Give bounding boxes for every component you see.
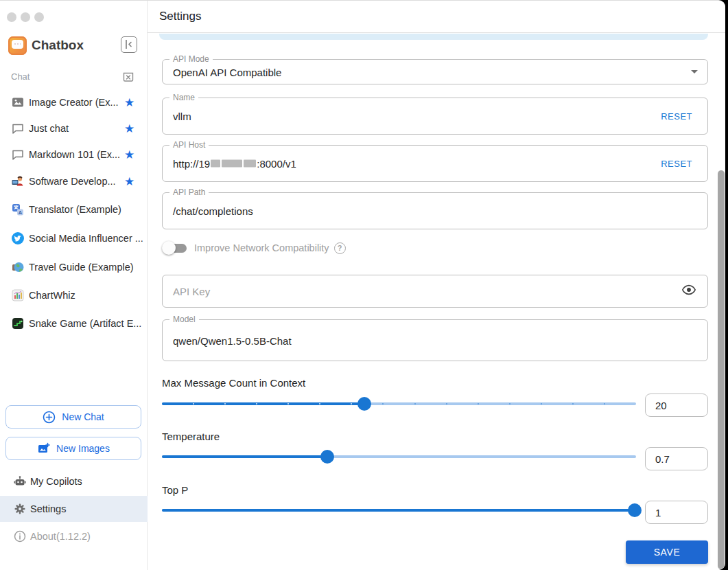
temperature-label: Temperature bbox=[162, 431, 220, 442]
chat-item[interactable]: Just chat ★ bbox=[0, 118, 148, 139]
chat-item[interactable]: Social Media Influencer ... bbox=[0, 228, 148, 249]
snake-game-avatar-icon bbox=[11, 317, 25, 330]
twitter-avatar-icon bbox=[11, 231, 25, 245]
api-path-field[interactable]: API Path /chat/completions bbox=[162, 192, 708, 229]
page-title: Settings bbox=[159, 10, 201, 23]
help-icon[interactable]: ? bbox=[334, 242, 346, 254]
window-minimize-button[interactable] bbox=[21, 12, 30, 22]
chat-item[interactable]: A Translator (Example) bbox=[0, 199, 148, 220]
svg-text:A: A bbox=[19, 209, 23, 216]
chatbox-logo-icon bbox=[8, 36, 27, 55]
new-chat-button[interactable]: New Chat bbox=[5, 405, 141, 429]
api-host-field[interactable]: API Host http://19:8000/v1 RESET bbox=[162, 145, 708, 182]
model-field[interactable]: Model qwen/Qwen1.5-0.5B-Chat bbox=[162, 319, 708, 361]
image-icon bbox=[11, 95, 25, 109]
reset-api-host-button[interactable]: RESET bbox=[661, 159, 692, 169]
max-message-count-slider[interactable] bbox=[162, 397, 636, 411]
brand-row: Chatbox bbox=[8, 36, 139, 56]
max-message-count-label: Max Message Count in Context bbox=[162, 377, 305, 389]
toggle-label: Improve Network Compatibility bbox=[194, 242, 329, 253]
api-path-value: /chat/completions bbox=[173, 205, 253, 217]
star-icon[interactable]: ★ bbox=[124, 176, 134, 187]
redacted-text bbox=[244, 160, 256, 168]
chat-bubble-icon bbox=[11, 122, 25, 135]
scrolled-highlight-strip bbox=[159, 34, 708, 40]
image-plus-icon bbox=[37, 442, 50, 455]
temperature-input[interactable]: 0.7 bbox=[645, 447, 708, 470]
settings-panel: Settings API Mode OpenAI API Compatible … bbox=[148, 1, 725, 570]
eye-icon[interactable] bbox=[681, 282, 696, 300]
slider-thumb[interactable] bbox=[357, 397, 371, 411]
name-value: vllm bbox=[173, 111, 191, 122]
model-value: qwen/Qwen1.5-0.5B-Chat bbox=[173, 334, 292, 346]
star-icon[interactable]: ★ bbox=[124, 123, 134, 135]
api-host-value: http://19:8000/v1 bbox=[173, 158, 296, 170]
gear-icon bbox=[14, 503, 26, 515]
sidebar: Chatbox Chat Image Creator (Ex... ★ Just… bbox=[0, 1, 148, 570]
chevron-down-icon bbox=[691, 70, 698, 77]
chat-item[interactable]: ChartWhiz bbox=[0, 285, 148, 306]
api-mode-select[interactable]: API Mode OpenAI API Compatible bbox=[162, 59, 708, 84]
app-window: Chatbox Chat Image Creator (Ex... ★ Just… bbox=[0, 0, 725, 570]
star-icon[interactable]: ★ bbox=[124, 149, 134, 161]
network-compatibility-row: Improve Network Compatibility ? bbox=[162, 240, 346, 256]
top-p-label: Top P bbox=[162, 484, 188, 496]
chat-section-label: Chat bbox=[11, 71, 30, 82]
globe-avatar-icon bbox=[11, 260, 25, 274]
temperature-slider[interactable] bbox=[162, 450, 636, 464]
star-icon[interactable]: ★ bbox=[124, 97, 134, 109]
chat-item[interactable]: Software Develop... ★ bbox=[0, 171, 148, 192]
redacted-text bbox=[211, 160, 220, 168]
main-header: Settings bbox=[148, 1, 725, 33]
info-icon bbox=[14, 530, 26, 543]
window-close-button[interactable] bbox=[7, 12, 16, 22]
robot-icon bbox=[14, 475, 26, 488]
slider-thumb[interactable] bbox=[628, 503, 642, 517]
clear-chats-icon[interactable] bbox=[122, 70, 134, 85]
chat-item[interactable]: Markdown 101 (Ex... ★ bbox=[0, 144, 148, 165]
chart-avatar-icon bbox=[11, 288, 25, 302]
scrollbar[interactable] bbox=[718, 170, 725, 569]
app-title: Chatbox bbox=[32, 38, 84, 53]
sidebar-item-about[interactable]: About(1.12.2) bbox=[0, 523, 148, 549]
reset-name-button[interactable]: RESET bbox=[661, 111, 692, 122]
developer-avatar-icon bbox=[11, 174, 25, 188]
api-key-field[interactable]: API Key bbox=[162, 275, 708, 308]
redacted-text bbox=[222, 160, 242, 168]
chat-bubble-icon bbox=[11, 148, 25, 161]
new-images-button[interactable]: New Images bbox=[5, 437, 141, 460]
slider-thumb[interactable] bbox=[320, 450, 334, 464]
collapse-sidebar-icon[interactable] bbox=[121, 36, 137, 53]
top-p-slider[interactable] bbox=[162, 503, 636, 517]
plus-circle-icon bbox=[43, 411, 56, 424]
api-mode-value: OpenAI API Compatible bbox=[173, 66, 281, 78]
chat-item[interactable]: Image Creator (Ex... ★ bbox=[0, 92, 148, 113]
name-field[interactable]: Name vllm RESET bbox=[162, 98, 708, 135]
api-key-placeholder: API Key bbox=[173, 286, 210, 297]
chat-item[interactable]: Snake Game (Artifact E... bbox=[0, 313, 148, 334]
sidebar-item-my-copilots[interactable]: My Copilots bbox=[0, 468, 148, 494]
save-button[interactable]: SAVE bbox=[626, 540, 708, 564]
network-compatibility-toggle[interactable] bbox=[162, 240, 188, 255]
translator-avatar-icon: A bbox=[11, 203, 25, 216]
top-p-input[interactable]: 1 bbox=[645, 501, 708, 524]
window-zoom-button[interactable] bbox=[34, 12, 44, 22]
max-message-count-input[interactable]: 20 bbox=[645, 394, 708, 417]
sidebar-item-settings[interactable]: Settings bbox=[0, 496, 148, 522]
chat-item[interactable]: Travel Guide (Example) bbox=[0, 257, 148, 277]
